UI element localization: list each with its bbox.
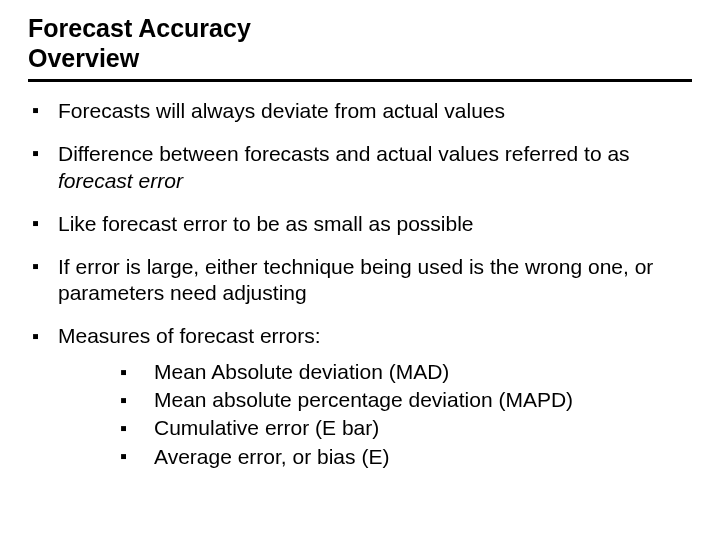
sub-bullet-item: Mean absolute percentage deviation (MAPD…: [120, 386, 692, 414]
title-line-2: Overview: [28, 44, 692, 74]
title-line-1: Forecast Accuracy: [28, 14, 692, 44]
sub-bullet-item: Mean Absolute deviation (MAD): [120, 358, 692, 386]
sub-bullet-item: Average error, or bias (E): [120, 443, 692, 471]
bullet-item: If error is large, either technique bein…: [28, 254, 692, 308]
bullet-text: Difference between forecasts and actual …: [58, 142, 630, 192]
bullet-item: Measures of forecast errors:Mean Absolut…: [28, 323, 692, 470]
bullet-text: Like forecast error to be as small as po…: [58, 212, 474, 235]
title-divider: [28, 79, 692, 82]
bullet-item: Like forecast error to be as small as po…: [28, 211, 692, 238]
bullet-item: Forecasts will always deviate from actua…: [28, 98, 692, 125]
bullet-text: If error is large, either technique bein…: [58, 255, 653, 305]
bullet-list: Forecasts will always deviate from actua…: [28, 98, 692, 471]
bullet-text: Measures of forecast errors:: [58, 324, 321, 347]
bullet-text: Forecasts will always deviate from actua…: [58, 99, 505, 122]
sub-bullet-item: Cumulative error (E bar): [120, 414, 692, 442]
sub-bullet-list: Mean Absolute deviation (MAD)Mean absolu…: [58, 358, 692, 471]
slide: Forecast Accuracy Overview Forecasts wil…: [0, 0, 720, 540]
slide-title: Forecast Accuracy Overview: [28, 14, 692, 73]
bullet-item: Difference between forecasts and actual …: [28, 141, 692, 195]
